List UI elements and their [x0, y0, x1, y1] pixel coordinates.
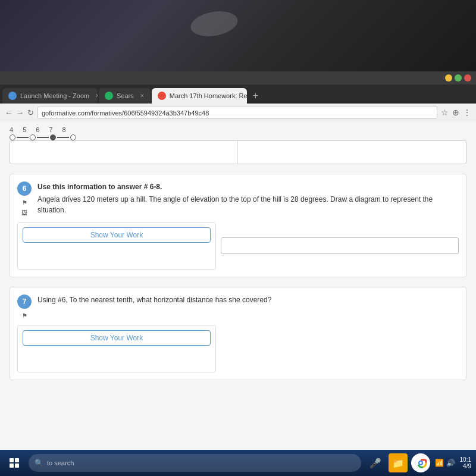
close-btn[interactable]	[464, 74, 471, 82]
system-tray: 📶 🔊	[435, 459, 455, 467]
question-7-header: 7 ⚑ Using #6, To the nearest tenth, what…	[17, 295, 459, 319]
folder-glyph: 📁	[392, 458, 404, 469]
question-6-image-icon[interactable]: 🖼	[21, 209, 27, 216]
question-7-work-left: Show Your Work	[17, 325, 216, 372]
minimize-btn[interactable]	[445, 74, 452, 82]
question-7-work-area: Show Your Work	[17, 325, 459, 372]
progress-dots	[10, 134, 466, 140]
address-bar: ← → ↻ goformative.com/formatives/606f559…	[0, 104, 476, 121]
taskbar-icons: 🎤 📁	[366, 453, 430, 472]
question-6-block: 6 ⚑ 🖼 Use this information to answer # 6…	[10, 174, 466, 277]
tab-zoom-label: Launch Meeting - Zoom	[20, 92, 89, 99]
dot-line-3	[57, 137, 69, 138]
taskbar-microphone-icon[interactable]: 🎤	[366, 453, 385, 472]
address-input[interactable]: goformative.com/formatives/606f55949324a…	[37, 106, 437, 119]
taskbar-search[interactable]: 🔍 to search	[29, 454, 361, 472]
taskbar-date: 4/9	[463, 463, 471, 469]
question-6-work-left: Show Your Work	[17, 222, 216, 270]
answer-box-top	[10, 140, 466, 164]
answer-right-panel	[238, 141, 466, 164]
svg-point-3	[419, 462, 422, 464]
num-8: 8	[62, 126, 66, 133]
dot-4	[70, 134, 76, 140]
question-6-title: Use this information to answer # 6-8.	[37, 181, 459, 192]
num-5: 5	[23, 126, 26, 133]
num-6: 6	[36, 126, 39, 133]
question-6-header: 6 ⚑ 🖼 Use this information to answer # 6…	[17, 181, 459, 216]
forward-button[interactable]: →	[16, 108, 24, 117]
start-button[interactable]	[5, 453, 24, 472]
tab-homework[interactable]: March 17th Homework: Reviev ✕	[152, 88, 247, 104]
question-7-flag-icon[interactable]: ⚑	[22, 312, 27, 319]
progress-section: 4 5 6 7 8	[10, 126, 466, 140]
network-icon: 📶	[435, 459, 444, 467]
homework-favicon	[158, 92, 166, 100]
num-7: 7	[49, 126, 52, 133]
chrome-svg	[415, 457, 427, 469]
tab-zoom[interactable]: Launch Meeting - Zoom ✕	[2, 88, 98, 104]
title-bar	[0, 71, 476, 84]
dot-3	[50, 134, 56, 140]
question-6-text: Use this information to answer # 6-8. An…	[37, 181, 459, 215]
menu-icon[interactable]: ⋮	[463, 108, 471, 117]
tab-sears[interactable]: Sears ✕	[99, 88, 151, 104]
dot-1	[10, 134, 15, 140]
taskbar-folder-icon[interactable]: 📁	[389, 453, 408, 472]
browser-chrome: Launch Meeting - Zoom ✕ Sears ✕ March 17…	[0, 71, 476, 121]
question-7-number: 7	[17, 295, 32, 309]
search-icon: 🔍	[35, 459, 43, 467]
dot-line-2	[37, 137, 49, 138]
tab-sears-label: Sears	[117, 92, 134, 99]
question-7-text: Using #6, To the nearest tenth, what hor…	[37, 295, 459, 305]
dot-line-1	[17, 137, 29, 138]
extensions-icon[interactable]: ⊕	[452, 108, 459, 117]
answer-left-panel	[10, 141, 238, 164]
address-text: goformative.com/formatives/606f55949324a…	[42, 107, 433, 120]
microphone-glyph: 🎤	[369, 458, 381, 469]
sears-favicon	[105, 92, 113, 100]
question-6-answer-input[interactable]	[221, 237, 459, 254]
taskbar-search-label: to search	[47, 459, 74, 466]
question-6-work-area: Show Your Work	[17, 222, 459, 270]
top-background	[0, 0, 476, 71]
tab-sears-close[interactable]: ✕	[140, 93, 145, 99]
question-6-number: 6	[17, 181, 32, 196]
num-4: 4	[10, 126, 13, 133]
taskbar-clock: 10:1 4/9	[460, 456, 471, 469]
page-content: 4 5 6 7 8 6 ⚑ 🖼	[0, 121, 476, 476]
new-tab-button[interactable]: +	[248, 88, 263, 104]
volume-icon: 🔊	[446, 459, 455, 467]
question-6-flag-icon[interactable]: ⚑	[22, 199, 27, 206]
tab-zoom-close[interactable]: ✕	[95, 93, 98, 99]
show-work-button-7[interactable]: Show Your Work	[23, 330, 211, 346]
back-button[interactable]: ←	[5, 108, 12, 117]
question-6-body: Angela drives 120 meters up a hill. The …	[37, 194, 459, 215]
windows-logo-icon	[10, 458, 19, 468]
question-6-work-right	[221, 222, 459, 270]
bookmark-icon[interactable]: ☆	[441, 108, 449, 117]
taskbar-chrome-icon[interactable]	[411, 453, 430, 472]
taskbar-time: 10:1	[460, 456, 471, 463]
tabs-bar: Launch Meeting - Zoom ✕ Sears ✕ March 17…	[0, 84, 476, 104]
progress-numbers: 4 5 6 7 8	[10, 126, 466, 133]
maximize-btn[interactable]	[455, 74, 462, 82]
show-work-button-6[interactable]: Show Your Work	[23, 227, 211, 243]
taskbar: 🔍 to search 🎤 📁 📶 🔊	[0, 450, 476, 476]
question-7-title: Using #6, To the nearest tenth, what hor…	[37, 295, 459, 305]
refresh-button[interactable]: ↻	[27, 108, 34, 117]
zoom-favicon	[8, 92, 17, 100]
question-7-block: 7 ⚑ Using #6, To the nearest tenth, what…	[10, 287, 466, 380]
dot-2	[30, 134, 36, 140]
tab-homework-label: March 17th Homework: Reviev	[170, 92, 247, 99]
